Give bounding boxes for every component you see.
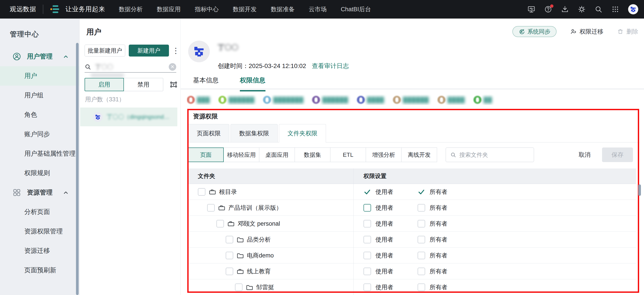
role-badge-label-masked: ███: [197, 97, 210, 103]
owner-permission-checkbox[interactable]: [418, 236, 425, 243]
nav-menu-item-2[interactable]: 数据应用: [157, 5, 181, 13]
owner-permission-checkbox[interactable]: [418, 220, 425, 228]
owner-permission-checkbox[interactable]: [418, 252, 425, 259]
batch-create-user-button[interactable]: 批量新建用户: [84, 44, 125, 56]
detail-user-name-masked: 丁〇〇: [218, 43, 238, 52]
role-badge-8[interactable]: ██: [474, 96, 492, 104]
user-name-masked: 丁〇〇（dingqingsondqs…: [107, 113, 171, 121]
sidebar-item-1-4[interactable]: 账户同步: [0, 124, 79, 144]
sidebar-item-2-1[interactable]: 分析页面: [0, 202, 79, 222]
sidebar-item-1-6[interactable]: 权限规则: [0, 164, 79, 183]
user-permission-checkbox[interactable]: [364, 268, 371, 275]
folder-row-3: 邓颐文 personal使用者所有者: [187, 216, 636, 232]
user-permission-checkbox[interactable]: [364, 284, 371, 291]
sidebar-item-1-3[interactable]: 角色: [0, 105, 79, 124]
role-badge-3[interactable]: ███████: [263, 96, 304, 104]
user-permission-checkbox[interactable]: [364, 204, 371, 212]
search-underline: [84, 72, 176, 73]
text-select-icon[interactable]: [170, 80, 178, 89]
monitor-status-icon[interactable]: [528, 5, 535, 13]
chevron-up-icon[interactable]: [62, 53, 69, 60]
nav-menu-item-1[interactable]: 数据分析: [119, 5, 143, 13]
role-badge-label-masked: ██: [484, 97, 492, 103]
download-icon[interactable]: [561, 5, 569, 13]
owner-permission-checkbox[interactable]: [418, 268, 425, 275]
sidebar-item-2-4[interactable]: 页面预刷新: [0, 260, 79, 280]
nav-menu-item-7[interactable]: ChatBI后台: [341, 5, 371, 13]
nav-menu-item-6[interactable]: 云市场: [309, 5, 327, 13]
search-icon[interactable]: [594, 5, 602, 13]
sidebar-item-2-2[interactable]: 资源权限管理: [0, 222, 79, 241]
folder-name: 邹雷挺: [256, 283, 274, 291]
folder-select-checkbox[interactable]: [235, 284, 242, 291]
permission-migrate-button[interactable]: 权限迁移: [570, 28, 603, 36]
audit-log-link[interactable]: 查看审计日志: [312, 62, 349, 70]
type-tab-7[interactable]: 离线开发: [401, 148, 437, 162]
apps-grid-icon[interactable]: [611, 5, 619, 13]
user-avatar[interactable]: [628, 4, 638, 14]
folder-row-4: 品类分析使用者所有者: [187, 232, 636, 248]
user-permission-granted-check-icon: [364, 188, 371, 196]
folder-row-7: 邹雷挺使用者所有者: [187, 279, 636, 295]
folder-select-checkbox[interactable]: [198, 188, 206, 196]
role-badge-4[interactable]: ██████: [312, 96, 348, 104]
sidebar-group-label: 用户管理: [27, 52, 52, 61]
chevron-up-icon[interactable]: [62, 189, 69, 196]
settings-icon[interactable]: [578, 5, 586, 13]
perm-tab-2[interactable]: 数据集权限: [230, 124, 278, 142]
owner-permission-checkbox[interactable]: [418, 204, 425, 212]
sidebar-item-1-2[interactable]: 用户组: [0, 86, 79, 105]
help-icon[interactable]: [544, 5, 552, 13]
folder-search-field[interactable]: [459, 152, 530, 158]
folder-select-checkbox[interactable]: [207, 204, 215, 212]
perm-tab-1[interactable]: 页面权限: [188, 124, 229, 142]
more-options-icon[interactable]: ⋮: [172, 47, 180, 54]
role-badge-7[interactable]: ████: [438, 96, 465, 104]
role-badge-2[interactable]: ██████: [218, 96, 255, 104]
type-tab-5[interactable]: ETL: [330, 148, 366, 162]
user-permission-checkbox[interactable]: [364, 220, 371, 228]
role-badge-6[interactable]: ██████: [393, 96, 429, 104]
filter-disabled-button[interactable]: 禁用: [124, 78, 163, 91]
folder-select-checkbox[interactable]: [226, 268, 233, 275]
type-tab-6[interactable]: 增强分析: [366, 148, 402, 162]
type-tab-4[interactable]: 数据集: [294, 148, 330, 162]
folder-select-checkbox[interactable]: [226, 236, 233, 243]
role-badge-5[interactable]: ████: [357, 96, 384, 104]
user-permission-checkbox[interactable]: [364, 236, 371, 243]
type-tab-1[interactable]: 页面: [188, 148, 224, 162]
sidebar-item-1-1[interactable]: 用户: [0, 66, 79, 86]
create-user-button[interactable]: 新建用户: [129, 44, 169, 56]
role-badge-icon: [312, 96, 320, 104]
type-tab-2[interactable]: 移动轻应用: [224, 148, 259, 162]
nav-menu-item-3[interactable]: 指标中心: [195, 5, 219, 13]
user-permission-checkbox[interactable]: [364, 252, 371, 259]
owner-permission-checkbox[interactable]: [418, 284, 425, 291]
folder-select-checkbox[interactable]: [216, 220, 224, 228]
user-search-input[interactable]: 丁〇〇 ✕: [84, 62, 176, 72]
nav-menu-item-5[interactable]: 数据准备: [271, 5, 294, 13]
sidebar-item-1-5[interactable]: 用户基础属性管理: [0, 144, 79, 164]
cancel-button[interactable]: 取消: [576, 148, 594, 162]
sidebar-item-2-3[interactable]: 资源迁移: [0, 241, 79, 260]
selected-user-list-item[interactable]: 丁〇〇（dingqingsondqs…: [80, 108, 177, 126]
sidebar-group-1[interactable]: 用户管理: [0, 47, 79, 66]
save-button[interactable]: 保存: [602, 148, 633, 162]
nav-menu-item-4[interactable]: 数据开发: [233, 5, 257, 13]
role-badge-1[interactable]: ███: [187, 96, 210, 104]
delete-user-button[interactable]: 删除: [617, 28, 638, 36]
folder-select-checkbox[interactable]: [226, 252, 233, 259]
role-badge-icon: [263, 96, 271, 104]
folder-search-input[interactable]: [446, 148, 534, 162]
clear-search-icon[interactable]: ✕: [169, 63, 176, 71]
detail-avatar: [188, 41, 210, 62]
type-tab-3[interactable]: 桌面应用: [259, 148, 295, 162]
table-scrollbar[interactable]: [638, 184, 641, 196]
sidebar-group-2[interactable]: 资源管理: [0, 183, 79, 202]
system-sync-badge[interactable]: 系统同步: [512, 26, 556, 37]
filter-enabled-button[interactable]: 启用: [84, 78, 124, 91]
sidebar-scrollbar[interactable]: [76, 43, 78, 295]
perm-tab-3[interactable]: 文件夹权限: [279, 124, 326, 143]
permission-cell: 使用者所有者: [353, 232, 636, 247]
resource-permission-title: 资源权限: [193, 112, 218, 120]
